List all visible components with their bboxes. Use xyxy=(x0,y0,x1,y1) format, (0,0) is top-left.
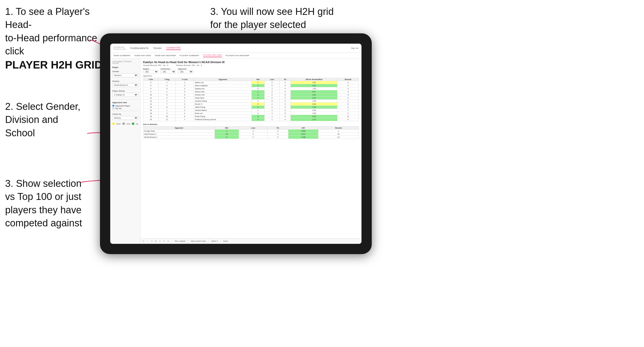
content-area: Katelyn Vo Head-to-Head Grid for Women's… xyxy=(140,59,361,244)
sidebar-division-select[interactable]: NCAA Division III xyxy=(112,83,138,87)
sidebar-radio-opponents-played[interactable]: Opponents Played xyxy=(112,105,138,107)
col-reg: # Reg xyxy=(158,78,175,81)
ood-table-row: NCAA Division 2 5 0 0 7.400 10 xyxy=(143,136,359,139)
toolbar-cut[interactable]: ✂ xyxy=(159,240,161,242)
nav-tournaments[interactable]: TOURNAMENTS xyxy=(130,47,149,50)
sidebar-player-rank-select[interactable]: 8. Katelyn Vo xyxy=(112,93,138,97)
instruction-step3-bottom: 3. Show selection vs Top 100 or just pla… xyxy=(5,177,82,230)
filter-opponent-group: Opponent (All) xyxy=(178,68,193,73)
toolbar-share[interactable]: Share xyxy=(223,240,228,242)
col-rounds: Rounds xyxy=(337,78,359,81)
col-div: # Div xyxy=(143,78,159,81)
subnav-player-h2h-heatmap[interactable]: PLAYER H2H HEATMAP xyxy=(226,54,249,57)
table-row: 13 1 1 Jessica Huang 0 0 2 -3.00 2 xyxy=(143,100,359,103)
sidebar-gender-select[interactable]: Women's xyxy=(112,73,138,77)
colour-dot-up xyxy=(132,122,134,125)
instruction-step3-top: 3. You will now see H2H grid for the pla… xyxy=(210,5,334,32)
filter-region-select[interactable]: (All) xyxy=(143,70,158,73)
subnav-team-summary[interactable]: TEAM SUMMARY xyxy=(113,54,131,57)
table-row: 11 2 5 Heejo Hyun 1 0 0 3.33 3 xyxy=(143,97,359,100)
toolbar-sep1 xyxy=(172,239,172,243)
sidebar: Last Updated: 27/03/2024 16:55:38 Player… xyxy=(110,59,140,244)
table-row: 5 2 2 Alexis Sudjianto 1 0 0 4.00 3 xyxy=(143,84,359,87)
sidebar-division-label: Division xyxy=(112,80,138,82)
ood-col-diff: Diff xyxy=(288,127,318,130)
col-diff: Diff Av Strokes/Rnd xyxy=(291,78,337,81)
sidebar-gender-label: Gender xyxy=(112,70,138,73)
col-loss: Loss xyxy=(265,78,280,81)
tablet-screen: SCOREBOARD Powered by clippd TOURNAMENTS… xyxy=(110,44,361,244)
colour-legend: Down Level Up xyxy=(112,122,138,125)
sidebar-radio-top100[interactable]: Top 100 xyxy=(112,107,138,109)
nav-committee[interactable]: COMMITTEE xyxy=(166,46,181,50)
h2h-table: # Div # Reg # Conf Opponent Win Loss Tie… xyxy=(143,78,359,121)
toolbar-target[interactable]: ⊙ xyxy=(167,240,169,242)
ood-table: Opponent Win Loss Tie Diff Rounds Foreig… xyxy=(143,126,359,139)
colour-dot-level xyxy=(122,122,125,125)
content-subtitle: Overall Record: 353 - 34 - 6 Division Re… xyxy=(143,64,359,66)
app-header: SCOREBOARD Powered by clippd TOURNAMENTS… xyxy=(110,44,361,53)
sidebar-opponent-view-label: Opponent view xyxy=(112,101,138,104)
table-row: 15 8 5 Stella Cheng 1 0 0 1.25 4 xyxy=(143,106,359,109)
filter-row: Region (All) Conference (All) Opponent xyxy=(143,68,359,73)
table-row: 10 6 3 Andrea York 2 0 0 4.00 4 xyxy=(143,93,359,97)
table-row: 18 2 2 Euna Lee 0 1 0 -5.00 2 xyxy=(143,112,359,115)
filter-region-group: Region (All) xyxy=(143,68,158,73)
ood-col-win: Win xyxy=(215,127,239,130)
content-title: Katelyn Vo Head-to-Head Grid for Women's… xyxy=(143,61,359,64)
toolbar-undo[interactable]: ↩ xyxy=(143,240,144,242)
bottom-toolbar: ↩ ← ↪ ⊡ ✂ ↶ ⊙ View: Original Save Custom… xyxy=(140,238,361,244)
col-tie: Tie xyxy=(280,78,291,81)
subnav-player-summary[interactable]: PLAYER SUMMARY xyxy=(180,54,199,57)
main-content: Last Updated: 27/03/2024 16:55:38 Player… xyxy=(110,59,361,244)
opponents-label: Opponents: xyxy=(143,75,359,77)
ood-table-row: Foreign Team 1 0 0 4.500 2 xyxy=(143,130,359,133)
toolbar-sep4 xyxy=(220,239,221,243)
ood-col-loss: Loss xyxy=(239,127,267,130)
col-opponent: Opponent xyxy=(194,78,252,81)
table-row: 16 1 3 Jessica Mason 1 2 0 -0.94 7 xyxy=(143,109,359,112)
toolbar-sep3 xyxy=(208,239,209,243)
ood-col-opponent: Opponent xyxy=(143,127,215,130)
subnav-team-h2h-grid[interactable]: TEAM H2H GRID xyxy=(134,54,151,57)
sidebar-colour-by-select[interactable]: Win/loss xyxy=(112,116,138,120)
col-conf: # Conf xyxy=(175,78,194,81)
table-row: 19 10 6 Emily Chang 4 1 0 0.30 11 xyxy=(143,115,359,118)
toolbar-back[interactable]: ← xyxy=(147,240,148,242)
ood-col-rounds: Rounds xyxy=(318,127,359,130)
sidebar-timestamp: Last Updated: 27/03/2024 16:55:38 xyxy=(112,61,138,64)
nav-sign-out[interactable]: Sign out xyxy=(351,47,358,49)
table-row: 9 1 4 Sharon Mun 1 0 0 3.67 3 xyxy=(143,90,359,93)
nav-teams[interactable]: TEAMS xyxy=(153,47,162,50)
subnav-team-h2h-heatmap[interactable]: TEAM H2H HEATMAP xyxy=(155,54,176,57)
ood-col-tie: Tie xyxy=(267,127,288,130)
col-win: Win xyxy=(252,78,265,81)
toolbar-view-original[interactable]: View: Original xyxy=(174,240,185,242)
colour-dot-down xyxy=(112,122,115,125)
app-nav: TOURNAMENTS TEAMS COMMITTEE xyxy=(130,46,347,50)
sidebar-radio-group: Opponents Played Top 100 xyxy=(112,105,138,109)
table-row: 14 7 4 Eunice Yi 2 2 0 0.38 9 xyxy=(143,103,359,106)
sidebar-colour-by-label: Colour by xyxy=(112,113,138,115)
sidebar-player-label: Player xyxy=(112,66,138,69)
instruction-step1: 1. To see a Player's Head- to-Head perfo… xyxy=(5,5,103,72)
table-row: 3 1 1 Esther Lee 1 0 1 1.50 4 xyxy=(143,81,359,84)
instruction-step2: 2. Select Gender, Division and School xyxy=(5,100,80,140)
sub-nav: TEAM SUMMARY TEAM H2H GRID TEAM H2H HEAT… xyxy=(110,53,361,59)
sidebar-player-rank-label: Player (Rank) xyxy=(112,90,138,92)
toolbar-grid[interactable]: ⊡ xyxy=(155,240,157,242)
toolbar-watch[interactable]: Watch ▾ xyxy=(211,240,218,242)
toolbar-save-custom[interactable]: Save Custom View xyxy=(191,240,206,242)
table-row: 6 3 3 Sydney Kuo 0 1 0 -1.00 3 xyxy=(143,87,359,90)
filter-opponent-select[interactable]: (All) xyxy=(178,70,193,73)
subnav-player-h2h-grid[interactable]: PLAYER H2H GRID xyxy=(203,54,222,57)
filter-conference-group: Conference (All) xyxy=(160,68,176,73)
toolbar-redo[interactable]: ↪ xyxy=(151,240,153,242)
out-of-division-header: Out of division xyxy=(143,123,359,126)
tablet-device: SCOREBOARD Powered by clippd TOURNAMENTS… xyxy=(100,33,372,254)
toolbar-rotate[interactable]: ↶ xyxy=(163,240,165,242)
filter-conference-select[interactable]: (All) xyxy=(160,70,176,73)
ood-table-row: NAIA Division 1 15 0 0 9.267 30 xyxy=(143,133,359,136)
toolbar-sep2 xyxy=(188,239,188,243)
app-logo: SCOREBOARD Powered by clippd xyxy=(113,46,126,50)
